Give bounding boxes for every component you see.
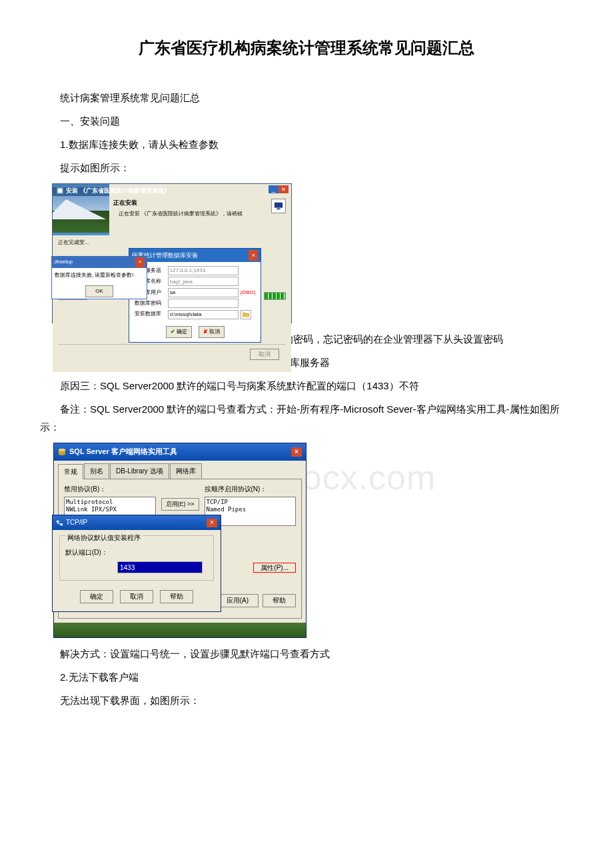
db-user-input[interactable] [168,288,239,297]
disabled-protocols-label: 禁用协议(B)： [64,483,156,495]
db-pwd-label: 数据库密码 [135,299,168,308]
installing-heading: 正在安装 [113,199,137,206]
installing-subtext: 正在安装 《广东省医院统计病案管理系统》，请稍候 [119,209,287,219]
apply-button[interactable]: 应用(A) [217,594,259,607]
close-icon[interactable]: × [291,447,302,457]
question-1-tip: 提示如图所示： [40,159,573,177]
confirm-button[interactable]: ✔确定 [166,326,192,338]
close-icon[interactable]: × [249,250,258,261]
installer-screenshot: 安装 《广东省医院统计病案管理系统》 _ × 正在安装 正在安装 《广东省医院统… [52,183,292,323]
installer-cancel-button[interactable]: 取消 [250,349,279,360]
installer-logo [271,199,286,213]
enable-button[interactable]: 启用(E) >> [161,498,199,511]
default-settings-group-label: 网络协议默认值安装程序 [65,532,143,544]
desktop-grass-strip [54,623,306,637]
error-message: 数据库连接失败, 请重新检查参数! [52,268,147,283]
db-install-dialog: 病案统计管理数据库安装 × 数据服务器 数据库名称 数据库用户(DBO) 数据库… [129,248,262,343]
network-icon [56,519,63,527]
progress-label: 正在完成安... [58,238,89,247]
svg-point-4 [59,449,65,451]
progress-bar-right [264,292,286,300]
ok-button[interactable]: 确定 [80,590,113,603]
tcpip-dialog-title: TCP/IP [66,517,87,529]
database-icon [58,448,66,456]
tab-general[interactable]: 常规 [58,464,83,479]
tab-alias[interactable]: 别名 [84,463,109,479]
solution-text: 解决方式：设置端口号统一，设置步骤见默许端口号查看方式 [40,645,573,663]
dbo-tag: (DBO) [241,288,256,297]
default-port-label: 默认端口(D)： [65,547,112,559]
error-dialog-title: Jbsetup [54,257,73,267]
installer-window-title: 安装 《广东省医院统计病案管理系统》 [66,185,170,196]
svg-rect-5 [57,521,59,523]
question-2-tip: 无法出现下载界面，如图所示： [40,691,573,709]
note-text: 备注：SQL Server2000 默许的端口号查看方式：开始-所有程序-Mic… [40,400,573,436]
default-port-input[interactable] [117,561,203,573]
tab-dblibrary[interactable]: DB-Library 选项 [110,463,169,479]
reason-3: 原因三：SQL Server2000 默许的端口号与病案系统默许配置的端口（14… [40,377,573,395]
svg-rect-1 [275,203,283,208]
check-icon: ✔ [171,327,175,337]
page-title: 广东省医疗机构病案统计管理系统常见问题汇总 [40,33,573,62]
help-button[interactable]: 帮助 [160,590,193,603]
db-path-label: 安装数据库 [135,309,168,319]
db-name-input[interactable] [168,277,239,286]
section-heading-1: 一、安装问题 [40,112,573,130]
installer-banner-image [53,196,109,233]
tcpip-properties-dialog: TCP/IP × 网络协议默认值安装程序 默认端口(D)： 确定 取消 帮助 [52,515,221,612]
folder-open-icon[interactable] [241,310,251,319]
x-icon: ✘ [203,327,208,337]
db-server-input[interactable] [168,266,239,275]
svg-rect-2 [277,209,280,210]
sql-window-title: SQL Server 客户端网络实用工具 [69,445,177,459]
minimize-icon[interactable]: _ [269,185,279,193]
tab-netlib[interactable]: 网络库 [170,463,202,479]
properties-button[interactable]: 属性(P)... [253,563,296,573]
close-icon[interactable]: × [279,185,289,193]
error-dialog: Jbsetup × 数据库连接失败, 请重新检查参数! OK [51,256,147,299]
question-2: 2.无法下载客户端 [40,668,573,686]
computer-icon [274,201,283,211]
ok-button[interactable]: OK [85,285,113,297]
intro-line: 统计病案管理系统常见问题汇总 [40,89,573,107]
db-path-input[interactable] [168,310,239,319]
close-icon[interactable]: × [135,257,145,267]
db-pwd-input[interactable] [168,299,239,308]
cancel-button[interactable]: ✘取消 [199,326,225,338]
question-1: 1.数据库连接失败，请从头检查参数 [40,135,573,153]
sql-utility-screenshot: SQL Server 客户端网络实用工具 × 常规 别名 DB-Library … [53,443,306,638]
enabled-protocols-label: 按顺序启用协议(N)： [205,483,297,495]
window-controls: _ × [269,185,289,193]
close-icon[interactable]: × [207,519,217,527]
app-icon [57,187,63,194]
cancel-button[interactable]: 取消 [120,590,153,603]
help-button[interactable]: 帮助 [263,594,296,607]
installer-titlebar: 安装 《广东省医院统计病案管理系统》 [57,185,170,196]
